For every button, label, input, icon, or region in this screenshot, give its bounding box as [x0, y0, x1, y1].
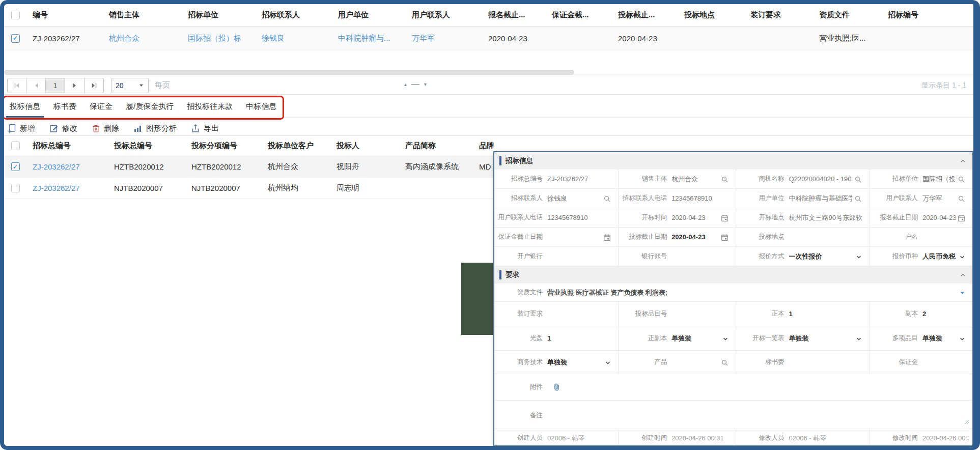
cell-sales-entity-link[interactable]: 杭州合众 [104, 34, 183, 43]
next-page-button[interactable] [65, 78, 85, 93]
tab-award-info[interactable]: 中标信息 [239, 95, 283, 118]
field-row: 装订要求投标品目号正本1副本2 [494, 302, 972, 326]
export-button[interactable]: 导出 [191, 124, 219, 133]
field-label: 投标截止日期 [619, 233, 671, 241]
column-header: 产品简称 [400, 141, 474, 151]
current-page-button[interactable]: 1 [46, 78, 65, 93]
field-label: 开标一览表 [736, 334, 789, 343]
row-checkbox[interactable] [11, 184, 20, 192]
paperclip-icon[interactable] [552, 383, 561, 391]
add-button-label: 新增 [20, 124, 35, 133]
column-header: 用户单位 [333, 10, 407, 20]
section-accent-bar [499, 270, 501, 279]
field-value[interactable]: 12345678910 [671, 194, 732, 202]
resize-handle-icon[interactable] [964, 417, 969, 427]
splitter-down-icon[interactable]: ▼ [423, 82, 428, 87]
field-label: 户名 [870, 233, 922, 241]
field-value[interactable]: 万华军 [922, 194, 956, 203]
cell-tender-unit-link[interactable]: 国际招（投）标 [183, 34, 257, 43]
field-value[interactable]: 1 [789, 310, 866, 318]
chevron-icon[interactable] [856, 254, 862, 260]
chevron-icon[interactable] [959, 254, 965, 260]
delete-button[interactable]: 删除 [92, 124, 119, 133]
field-value[interactable]: 杭州合众 [671, 175, 718, 184]
field-cell: 备注 [494, 401, 972, 429]
field-value[interactable]: 杭州市文三路90号东部软 [789, 213, 866, 222]
splitter[interactable]: ▲ ▼ [403, 75, 428, 93]
field-cell: 投标品目号 [618, 302, 735, 326]
select-all-checkbox[interactable] [11, 142, 20, 150]
tab-bid-info[interactable]: 投标信息 [3, 95, 47, 118]
field-label: 光盘 [494, 334, 547, 343]
chevron-icon[interactable] [605, 360, 611, 366]
chevron-icon[interactable] [959, 336, 965, 342]
add-button[interactable]: 新增 [7, 124, 35, 133]
tab-tender-payments[interactable]: 招投标往来款 [180, 95, 239, 118]
field-value[interactable]: 一次性报价 [789, 252, 854, 261]
field-value[interactable]: Q22020004020 - 1903 [789, 175, 852, 183]
cell-tender-no-link[interactable]: ZJ-203262/27 [27, 184, 109, 192]
field-value[interactable]: 2020-04-23 [922, 214, 956, 221]
calendar-icon[interactable] [721, 214, 729, 222]
field-label: 保证金截止日期 [494, 233, 547, 241]
splitter-handle[interactable] [411, 84, 419, 85]
field-value: 02006 - 韩琴 [547, 434, 615, 443]
prev-page-button[interactable] [26, 78, 46, 93]
field-value[interactable]: 2020-04-23 [671, 214, 718, 221]
collapse-icon[interactable] [960, 157, 966, 166]
calendar-icon[interactable] [721, 234, 729, 241]
cell-tender-contact-link[interactable]: 徐钱良 [257, 34, 333, 43]
field-value[interactable]: 人民币免税 [922, 252, 957, 261]
field-value[interactable]: 中科院肿瘤与基础医学 [789, 194, 852, 203]
row-checkbox[interactable] [11, 162, 20, 171]
table-row[interactable]: ZJ-203262/27 杭州合众 国际招（投）标 徐钱良 中科院肿瘤与... … [3, 26, 973, 50]
field-value[interactable]: 国际招（投）标 [922, 175, 956, 184]
field-label: 用户联系人 [870, 194, 922, 203]
field-value[interactable]: 单独装 [922, 334, 957, 343]
field-value[interactable]: ZJ-203262/27 [547, 175, 615, 183]
column-header: 招标联系人 [257, 10, 333, 20]
row-checkbox[interactable] [11, 34, 20, 43]
tab-guarantee-execution[interactable]: 履/质保金执行 [119, 95, 180, 118]
field-value[interactable]: 2020-04-23 [671, 233, 718, 241]
search-icon[interactable] [721, 176, 729, 183]
chevron-icon[interactable] [722, 336, 729, 342]
edit-button[interactable]: 修改 [49, 124, 77, 133]
search-icon[interactable] [854, 176, 862, 183]
search-icon[interactable] [603, 195, 611, 203]
search-icon[interactable] [958, 176, 965, 183]
section-title: 要求 [506, 270, 519, 279]
field-value[interactable]: 营业执照 医疗器械证 资产负债表 利润表; [547, 288, 958, 297]
horizontal-scrollbar-thumb[interactable] [4, 70, 574, 75]
calendar-icon[interactable] [603, 234, 611, 241]
field-value[interactable]: 徐钱良 [547, 194, 601, 203]
first-page-button[interactable] [7, 78, 26, 93]
field-value[interactable]: 单独装 [789, 334, 854, 343]
section-title: 招标信息 [506, 156, 533, 165]
chevron-icon[interactable] [856, 336, 862, 342]
field-value[interactable]: 1 [547, 334, 615, 342]
calendar-icon[interactable] [958, 214, 965, 222]
collapse-icon[interactable] [960, 271, 966, 280]
cell-tender-no-link[interactable]: ZJ-203262/27 [27, 162, 109, 171]
field-value[interactable]: 2 [922, 310, 969, 318]
tab-document-fee[interactable]: 标书费 [47, 95, 83, 118]
field-value[interactable]: 12345678910 [547, 214, 615, 221]
search-icon[interactable] [854, 195, 862, 203]
search-icon[interactable] [958, 195, 965, 203]
splitter-up-icon[interactable]: ▲ [403, 82, 408, 87]
caretblue-icon[interactable] [960, 290, 965, 296]
chart-analysis-button[interactable]: 图形分析 [133, 124, 177, 133]
tab-deposit[interactable]: 保证金 [83, 95, 119, 118]
column-header: 招标单位 [183, 10, 257, 20]
cell-user-contact-link[interactable]: 万华军 [407, 34, 483, 43]
cell-user-unit-link[interactable]: 中科院肿瘤与... [333, 34, 407, 43]
field-cell: 报价币种人民币免税 [869, 247, 972, 266]
page-size-select[interactable]: 20 [111, 78, 149, 93]
select-all-checkbox[interactable] [11, 11, 20, 19]
search-icon[interactable] [721, 359, 729, 367]
last-page-button[interactable] [85, 78, 104, 93]
field-value[interactable]: 单独装 [547, 358, 603, 367]
chart-analysis-button-label: 图形分析 [146, 124, 177, 133]
field-value[interactable]: 单独装 [671, 334, 720, 343]
